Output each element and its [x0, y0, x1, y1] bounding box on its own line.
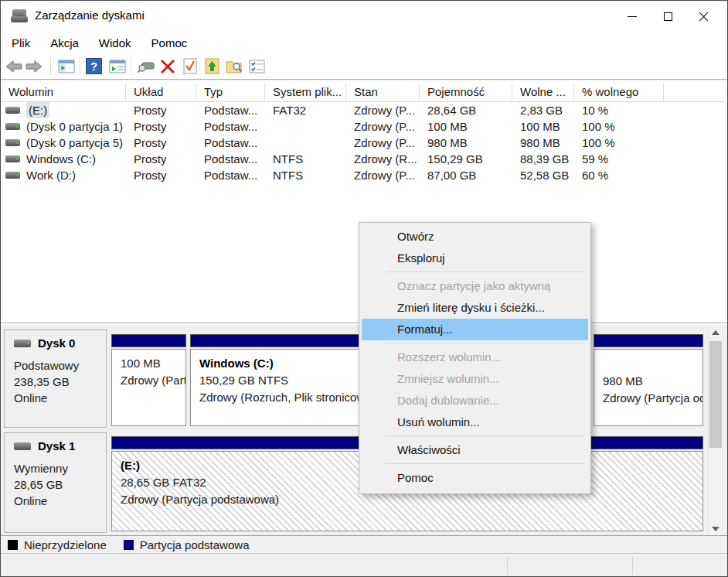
disk0-label-box[interactable]: Dysk 0 Podstawowy 238,35 GB Online: [4, 329, 107, 428]
volume-fs: NTFS: [265, 167, 346, 183]
back-button[interactable]: [4, 56, 23, 76]
menu-separator: [386, 343, 584, 343]
mark-partition-active-button[interactable]: [180, 56, 199, 76]
status-bar: [1, 553, 727, 577]
app-drive-icon: [11, 9, 28, 23]
table-row-dysk0-part5[interactable]: (Dysk 0 partycja 5) Prosty Podstaw... Zd…: [1, 135, 723, 151]
forward-button[interactable]: [24, 56, 43, 76]
volume-type: Podstaw...: [196, 135, 265, 151]
volume-free: 100 MB: [512, 118, 574, 135]
up-level-button[interactable]: [202, 56, 222, 76]
check-document-icon: [183, 58, 197, 74]
menu-widok[interactable]: Widok: [99, 35, 141, 51]
close-button[interactable]: [685, 1, 721, 32]
column-header-system-plikow[interactable]: System plik...: [265, 83, 346, 101]
column-header-procent-wolnego[interactable]: % wolnego: [574, 83, 664, 101]
volume-name: (Dysk 0 partycja 1): [26, 118, 123, 135]
menu-item-formatuj[interactable]: Formatuj...: [362, 319, 588, 340]
folder-search-icon: [226, 59, 243, 74]
volume-status: Zdrowy (P...: [346, 102, 420, 118]
volume-layout: Prosty: [126, 167, 196, 183]
help-button[interactable]: ?: [84, 56, 104, 76]
console-tree-icon: [58, 60, 75, 73]
volume-free: 980 MB: [512, 135, 574, 151]
volume-layout: Prosty: [126, 151, 196, 167]
volume-name: Windows (C:): [26, 151, 96, 167]
column-header-pojemnosc[interactable]: Pojemność: [420, 83, 512, 101]
menu-akcja[interactable]: Akcja: [50, 35, 88, 51]
table-row-windows-c[interactable]: Windows (C:) Prosty Podstaw... NTFS Zdro…: [1, 151, 723, 167]
table-row-work-d[interactable]: Work (D:) Prosty Podstaw... NTFS Zdrowy …: [1, 167, 723, 183]
delete-x-icon: [160, 59, 175, 74]
menu-pomoc[interactable]: Pomoc: [151, 35, 197, 51]
volume-status: Zdrowy (P...: [346, 118, 420, 135]
disk-management-window: Zarządzanie dyskami Plik Akcja Widok Pom…: [0, 0, 728, 577]
titlebar: Zarządzanie dyskami: [1, 1, 727, 33]
menu-item-zmniejsz-wolumin: Zmniejsz wolumin...: [362, 368, 588, 390]
chevron-down-icon: [712, 527, 719, 531]
rescan-disks-icon: [138, 60, 155, 73]
volume-type: Podstaw...: [196, 118, 265, 135]
menu-separator: [386, 463, 584, 464]
partition-dysk0-1[interactable]: 100 MB Zdrowy (Part: [111, 334, 186, 426]
menu-separator: [386, 271, 584, 272]
minimize-button[interactable]: [614, 1, 650, 32]
show-action-pane-button[interactable]: [107, 56, 127, 76]
disk-name: Dysk 0: [38, 336, 75, 350]
volume-capacity: 980 MB: [420, 135, 512, 151]
legend-label-primary: Partycja podstawowa: [140, 538, 250, 551]
disk-kind: Wymienny: [14, 460, 101, 476]
volume-free: 88,39 GB: [512, 151, 574, 167]
column-header-stan[interactable]: Stan: [346, 83, 420, 101]
disk1-label-box[interactable]: Dysk 1 Wymienny 28,65 GB Online: [4, 432, 107, 533]
checklist-button[interactable]: [247, 56, 267, 76]
column-header-wolumin[interactable]: Wolumin: [1, 83, 126, 101]
drive-icon: [5, 155, 20, 162]
volume-fs: FAT32: [265, 102, 346, 118]
volume-fs: [265, 118, 346, 135]
checklist-icon: [249, 60, 265, 73]
action-pane-icon: [109, 60, 126, 73]
partition-dysk0-recovery[interactable]: 980 MB Zdrowy (Partycja odz: [594, 334, 703, 426]
drive-icon: [5, 139, 20, 146]
scroll-up-button[interactable]: [709, 326, 722, 339]
menu-item-wlasciwosci[interactable]: Właściwości: [362, 439, 588, 461]
column-header-wolne[interactable]: Wolne ...: [512, 83, 574, 101]
show-console-tree-button[interactable]: [56, 56, 76, 76]
volume-layout: Prosty: [126, 135, 196, 151]
menu-item-usun-wolumin[interactable]: Usuń wolumin...: [362, 411, 588, 433]
table-row-dysk0-part1[interactable]: (Dysk 0 partycja 1) Prosty Podstaw... Zd…: [1, 118, 723, 135]
partition-color-bar: [594, 334, 703, 347]
vertical-scrollbar[interactable]: [708, 326, 722, 535]
unallocated-swatch: [8, 540, 18, 550]
volume-status: Zdrowy (P...: [346, 135, 420, 151]
back-arrow-icon: [5, 60, 22, 73]
volume-list-header: Wolumin Układ Typ System plik... Stan Po…: [1, 83, 723, 102]
volume-capacity: 100 MB: [420, 118, 512, 135]
scroll-down-button[interactable]: [709, 522, 722, 535]
scrollbar-thumb[interactable]: [709, 341, 722, 448]
menu-plik[interactable]: Plik: [12, 35, 39, 51]
find-button[interactable]: [225, 56, 244, 76]
window-title: Zarządzanie dyskami: [35, 9, 145, 22]
column-header-typ[interactable]: Typ: [196, 83, 265, 101]
volume-free: 52,58 GB: [512, 167, 574, 183]
maximize-icon: [664, 12, 672, 21]
maximize-button[interactable]: [650, 1, 685, 32]
column-header-uklad[interactable]: Układ: [126, 83, 196, 101]
volume-type: Podstaw...: [196, 102, 265, 118]
menu-item-zmien-litere[interactable]: Zmień literę dysku i ścieżki...: [362, 297, 588, 319]
volume-status: Zdrowy (R...: [346, 151, 420, 167]
volume-status: Zdrowy (P...: [346, 167, 420, 183]
menu-item-pomoc[interactable]: Pomoc: [362, 467, 588, 489]
rescan-disks-button[interactable]: [136, 56, 155, 76]
menu-item-eksploruj[interactable]: Eksploruj: [362, 248, 588, 269]
menu-item-otworz[interactable]: Otwórz: [362, 226, 588, 248]
disk-icon: [14, 442, 31, 450]
context-menu: Otwórz Eksploruj Oznacz partycję jako ak…: [359, 222, 591, 494]
close-icon: [699, 12, 709, 22]
table-row-e[interactable]: (E:) Prosty Podstaw... FAT32 Zdrowy (P..…: [1, 102, 723, 118]
disk-size: 28,65 GB: [14, 476, 101, 493]
delete-button[interactable]: [158, 56, 177, 76]
partition-color-bar: [111, 334, 186, 347]
